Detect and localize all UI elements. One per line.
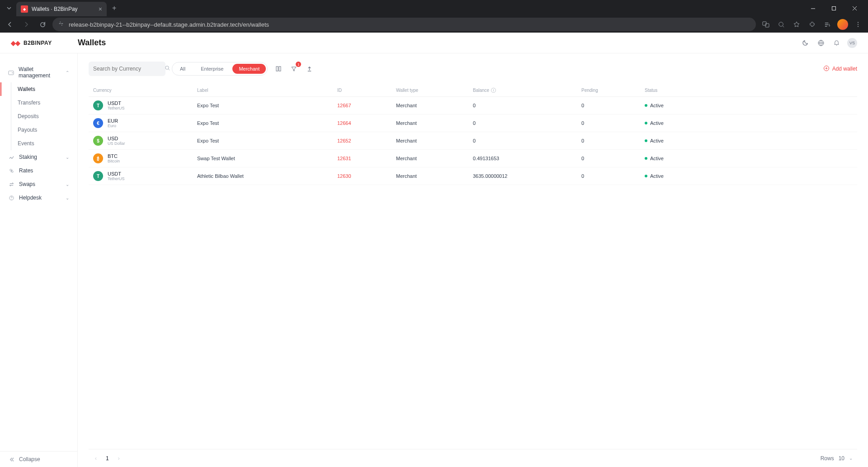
- rows-per-page[interactable]: Rows 10 ⌄: [821, 455, 853, 462]
- chevron-down-icon: ⌄: [66, 182, 69, 187]
- search-input[interactable]: [93, 66, 161, 72]
- sidebar-item-payouts[interactable]: Payouts: [11, 123, 77, 137]
- cell-id-link[interactable]: 12652: [337, 138, 351, 143]
- chip-enterprise[interactable]: Enterprise: [194, 64, 230, 74]
- sidebar-item-swaps[interactable]: Swaps ⌄: [0, 177, 77, 191]
- language-icon[interactable]: [816, 38, 826, 48]
- export-icon[interactable]: [305, 64, 314, 73]
- cell-label: Athletic Bilbao Wallet: [197, 173, 337, 179]
- extensions-icon[interactable]: [806, 18, 818, 31]
- th-id[interactable]: ID: [337, 88, 396, 93]
- search-icon: [165, 65, 170, 73]
- collapse-label: Collapse: [19, 456, 40, 462]
- cell-balance: 0: [473, 120, 581, 126]
- window-controls: [803, 1, 864, 15]
- sidebar-item-staking[interactable]: Staking ⌄: [0, 150, 77, 164]
- sidebar-item-wallet-management[interactable]: Wallet management ⌃: [0, 62, 77, 82]
- status-badge: Active: [645, 103, 853, 108]
- th-pending[interactable]: Pending: [581, 88, 645, 93]
- cell-balance: 0.49131653: [473, 156, 581, 161]
- site-info-icon[interactable]: [58, 20, 64, 29]
- nav-forward-icon[interactable]: [20, 18, 33, 31]
- page-title: Wallets: [78, 38, 106, 48]
- window-close[interactable]: [844, 1, 864, 15]
- table-row[interactable]: T USDT TetherUS Athletic Bilbao Wallet 1…: [89, 167, 857, 185]
- sidebar-collapse-button[interactable]: Collapse: [0, 451, 77, 467]
- search-box[interactable]: [89, 62, 165, 76]
- svg-rect-1: [832, 6, 835, 10]
- browser-menu-icon[interactable]: [852, 18, 864, 31]
- sidebar-item-deposits[interactable]: Deposits: [11, 110, 77, 123]
- sidebar-label: Helpdesk: [19, 195, 42, 201]
- svg-line-29: [168, 69, 170, 70]
- sidebar-item-rates[interactable]: Rates: [0, 164, 77, 177]
- svg-line-10: [783, 26, 784, 27]
- profile-avatar[interactable]: [836, 18, 849, 31]
- reading-list-icon[interactable]: [821, 18, 834, 31]
- table-row[interactable]: T USDT TetherUS Expo Test 12667 Merchant…: [89, 97, 857, 114]
- cell-id-link[interactable]: 12630: [337, 173, 351, 179]
- page-next[interactable]: ›: [116, 453, 122, 463]
- user-avatar[interactable]: VS: [847, 38, 857, 48]
- th-type[interactable]: Wallet type: [396, 88, 473, 93]
- zoom-icon[interactable]: [775, 18, 788, 31]
- th-status[interactable]: Status: [645, 88, 853, 93]
- cell-id-link[interactable]: 12667: [337, 103, 351, 108]
- browser-tab[interactable]: ◆ Wallets · B2BinPay ×: [16, 2, 107, 16]
- sidebar-item-helpdesk[interactable]: Helpdesk ⌄: [0, 191, 77, 205]
- status-badge: Active: [645, 120, 853, 126]
- window-minimize[interactable]: [803, 1, 823, 15]
- cell-balance: 0: [473, 103, 581, 108]
- info-icon[interactable]: i: [491, 88, 496, 93]
- filter-icon[interactable]: 1: [289, 64, 298, 73]
- rates-icon: [8, 167, 14, 174]
- coin-symbol: USDT: [108, 100, 125, 106]
- th-currency[interactable]: Currency: [93, 88, 197, 93]
- coin-name: US Dollar: [108, 141, 125, 146]
- url-input[interactable]: release-b2binpay-21--b2binpay--default.s…: [52, 18, 756, 31]
- th-balance[interactable]: Balancei: [473, 88, 581, 93]
- cell-pending: 0: [581, 156, 645, 161]
- app-root: ◆◆ B2BINPAY Wallets VS Wallet management…: [0, 33, 868, 467]
- add-wallet-button[interactable]: Add wallet: [823, 65, 857, 73]
- table-row[interactable]: € EUR Euro Expo Test 12664 Merchant 0 0 …: [89, 114, 857, 132]
- table-row[interactable]: $ USD US Dollar Expo Test 12652 Merchant…: [89, 132, 857, 150]
- sidebar-item-events[interactable]: Events: [11, 137, 77, 150]
- tab-title: Wallets · B2BinPay: [32, 6, 95, 12]
- logo[interactable]: ◆◆ B2BINPAY: [11, 39, 78, 47]
- cell-type: Merchant: [396, 173, 473, 179]
- svg-point-27: [11, 199, 12, 199]
- tab-list-dropdown[interactable]: [4, 3, 14, 14]
- page-prev[interactable]: ‹: [93, 453, 99, 463]
- sidebar-item-wallets[interactable]: Wallets: [11, 82, 77, 96]
- nav-back-icon[interactable]: [4, 18, 16, 31]
- address-bar: release-b2binpay-21--b2binpay--default.s…: [0, 16, 868, 33]
- app-header: ◆◆ B2BINPAY Wallets VS: [0, 33, 868, 53]
- th-label[interactable]: Label: [197, 88, 337, 93]
- table-row[interactable]: ₿ BTC Bitcoin Swap Test Wallet 12631 Mer…: [89, 150, 857, 167]
- chip-merchant[interactable]: Merchant: [232, 64, 266, 74]
- notifications-icon[interactable]: [832, 38, 841, 48]
- browser-chrome: ◆ Wallets · B2BinPay × + release-b2binpa…: [0, 0, 868, 33]
- nav-reload-icon[interactable]: [36, 18, 49, 31]
- tab-close-icon[interactable]: ×: [99, 5, 102, 13]
- svg-point-5: [60, 22, 61, 23]
- cell-type: Merchant: [396, 120, 473, 126]
- theme-toggle-icon[interactable]: [801, 38, 810, 48]
- columns-icon[interactable]: [274, 64, 283, 73]
- cell-id-link[interactable]: 12664: [337, 120, 351, 126]
- bookmark-icon[interactable]: [790, 18, 803, 31]
- table-footer: ‹ 1 › Rows 10 ⌄: [89, 449, 857, 467]
- svg-point-6: [61, 25, 62, 26]
- cell-balance: 0: [473, 138, 581, 143]
- coin-symbol: USDT: [108, 171, 125, 176]
- cell-label: Expo Test: [197, 103, 337, 108]
- cell-id-link[interactable]: 12631: [337, 156, 351, 161]
- chevron-up-icon: ⌃: [66, 70, 69, 75]
- wallet-icon: [8, 69, 14, 76]
- window-maximize[interactable]: [824, 1, 844, 15]
- chip-all[interactable]: All: [174, 64, 192, 74]
- new-tab-button[interactable]: +: [108, 2, 120, 14]
- translate-icon[interactable]: [760, 18, 772, 31]
- sidebar-item-transfers[interactable]: Transfers: [11, 96, 77, 110]
